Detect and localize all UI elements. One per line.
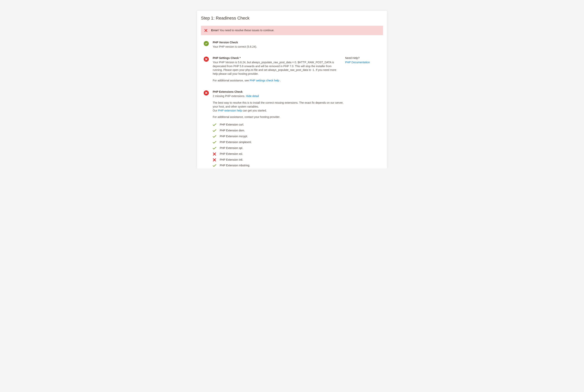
list-item: PHP Extension intl. xyxy=(213,157,344,163)
check-icon xyxy=(213,164,216,167)
error-message: Error! You need to resolve these issues … xyxy=(211,28,274,32)
php-settings-body: Your PHP Version is 5.6.24, but always_p… xyxy=(213,60,341,76)
need-help-label: Need Help? xyxy=(345,56,380,60)
extensions-list: PHP Extension curl.PHP Extension dom.PHP… xyxy=(213,122,344,168)
error-alert: Error! You need to resolve these issues … xyxy=(201,26,383,35)
php-documentation-link[interactable]: PHP Documentation xyxy=(345,61,370,64)
php-extensions-resolve: The best way to resolve this is to insta… xyxy=(213,101,344,113)
check-icon xyxy=(213,147,216,150)
php-settings-help-link[interactable]: PHP settings check help xyxy=(250,79,279,82)
list-item: PHP Extension mcrypt. xyxy=(213,134,344,140)
check-icon xyxy=(213,135,216,138)
extension-label: PHP Extension simplexml. xyxy=(220,140,252,144)
status-error-icon xyxy=(204,90,209,96)
status-ok-icon xyxy=(204,41,209,46)
list-item: PHP Extension curl. xyxy=(213,122,344,128)
status-error-icon xyxy=(204,56,209,62)
ext-summary-prefix: 2 missing PHP extensions. xyxy=(213,94,246,98)
error-strong: Error! xyxy=(211,29,219,32)
cross-icon xyxy=(213,152,216,156)
list-item: PHP Extension spl. xyxy=(213,145,344,151)
cross-icon xyxy=(213,158,216,162)
php-version-text: Your PHP version is correct (5.6.24). xyxy=(213,45,344,49)
extension-label: PHP Extension xsl. xyxy=(220,152,243,156)
php-version-heading: PHP Version Check xyxy=(213,40,344,44)
extension-label: PHP Extension intl. xyxy=(220,158,243,162)
page-title: Step 1: Readiness Check xyxy=(201,15,383,21)
php-settings-assist: For additional assistance, see PHP setti… xyxy=(213,79,341,82)
ext-our-suffix: can get you started. xyxy=(242,109,267,112)
list-item: PHP Extension dom. xyxy=(213,128,344,134)
extension-label: PHP Extension spl. xyxy=(220,146,243,150)
list-item: PHP Extension simplexml. xyxy=(213,140,344,145)
hide-detail-toggle[interactable]: Hide detail xyxy=(246,94,259,98)
php-settings-section: PHP Settings Check * Your PHP Version is… xyxy=(201,56,383,82)
ext-resolve-text: The best way to resolve this is to insta… xyxy=(213,101,343,108)
check-icon xyxy=(213,141,216,144)
list-item: PHP Extension mbstring. xyxy=(213,162,344,168)
readiness-card: Step 1: Readiness Check Error! You need … xyxy=(197,11,387,168)
help-aside: Need Help? PHP Documentation xyxy=(345,56,380,82)
assist-suffix: . xyxy=(279,79,281,82)
php-extensions-contact: For additional assistance, contact your … xyxy=(213,115,344,119)
check-icon xyxy=(213,124,216,126)
error-icon xyxy=(205,29,207,32)
php-extensions-section: PHP Extensions Check 2 missing PHP exten… xyxy=(201,90,383,168)
check-icon xyxy=(213,129,216,132)
extension-label: PHP Extension mcrypt. xyxy=(220,134,248,138)
php-extension-help-link[interactable]: PHP extension help xyxy=(218,109,242,112)
assist-prefix: For additional assistance, see xyxy=(213,79,250,82)
extension-label: PHP Extension curl. xyxy=(220,123,244,127)
extension-label: PHP Extension mbstring. xyxy=(220,164,250,168)
php-extensions-heading: PHP Extensions Check xyxy=(213,90,344,94)
extension-label: PHP Extension dom. xyxy=(220,129,245,132)
ext-our-prefix: Our xyxy=(213,109,218,112)
error-text: You need to resolve these issues to cont… xyxy=(219,29,274,32)
php-version-section: PHP Version Check Your PHP version is co… xyxy=(201,40,383,49)
list-item: PHP Extension xsl. xyxy=(213,151,344,157)
php-settings-heading: PHP Settings Check * xyxy=(213,56,341,60)
php-extensions-summary: 2 missing PHP extensions. Hide detail xyxy=(213,94,344,98)
